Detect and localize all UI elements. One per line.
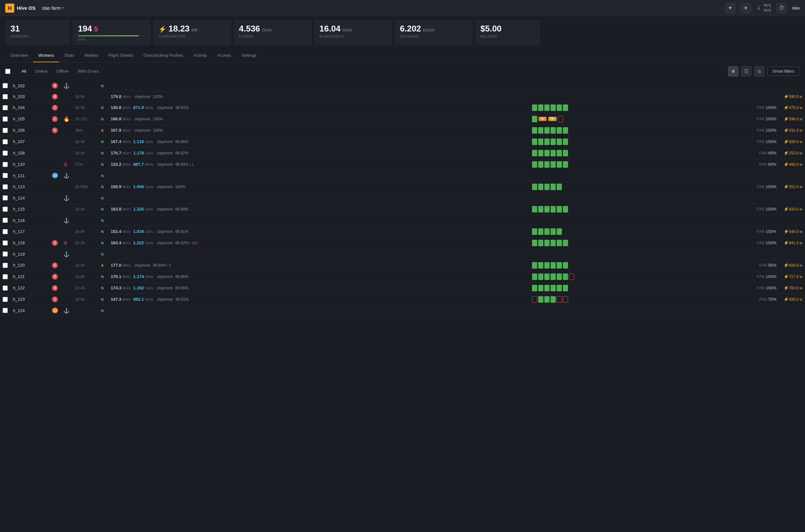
power-value: 783.0 w [789, 286, 802, 290]
table-row[interactable]: h_1029⚓N [0, 80, 805, 92]
logo[interactable]: H Hive OS [5, 4, 36, 13]
row-checkbox[interactable] [3, 105, 8, 110]
row-checkbox[interactable] [3, 83, 8, 88]
tab-activity[interactable]: Activity [188, 49, 212, 62]
worker-name[interactable]: h_105 [13, 116, 25, 121]
row-checkbox[interactable] [3, 297, 8, 302]
worker-name[interactable]: h_107 [13, 139, 25, 144]
table-row[interactable]: h_12411⚓N [0, 305, 805, 316]
row-checkbox[interactable] [3, 229, 8, 234]
worker-name[interactable]: h_102 [13, 83, 25, 88]
miner-name: claymore [157, 241, 173, 245]
row-checkbox[interactable] [3, 274, 8, 279]
worker-name[interactable]: h_103 [13, 94, 25, 99]
table-row[interactable]: h_116⚓N [0, 215, 805, 226]
table-row[interactable]: h_10342d 9h 179.8 MH/s claymore 100% ⚡59… [0, 91, 805, 102]
table-row[interactable]: h_12242d 4hN 174.3 MH/s 1.162 GH/s claym… [0, 282, 805, 293]
row-checkbox[interactable] [3, 218, 8, 223]
worker-efficiency: 100% [153, 117, 163, 121]
add-button[interactable]: + [725, 3, 735, 13]
row-checkbox[interactable] [3, 162, 8, 167]
worker-name[interactable]: h_108 [13, 151, 25, 155]
rocket-button[interactable]: ✈ [741, 3, 751, 13]
table-row[interactable]: h_1182⊘2d 4hN 183.4 MH/s 1.222 GH/s clay… [0, 237, 805, 248]
worker-name[interactable]: h_110 [13, 162, 25, 167]
worker-name[interactable]: h_121 [13, 274, 25, 279]
worker-name[interactable]: h_106 [13, 128, 25, 133]
row-checkbox[interactable] [3, 285, 8, 291]
row-checkbox-cell [0, 293, 11, 305]
table-row[interactable]: h_119⚓N [0, 248, 805, 260]
worker-name[interactable]: h_111 [13, 173, 25, 178]
row-checkbox[interactable] [3, 116, 8, 122]
worker-algo-cell: N [98, 203, 108, 215]
filter-all[interactable]: All [17, 67, 31, 76]
row-checkbox[interactable] [3, 139, 8, 144]
worker-name[interactable]: h_118 [13, 240, 25, 245]
row-checkbox-cell [0, 80, 11, 92]
filter-offline[interactable]: Offline [52, 67, 73, 76]
worker-name[interactable]: h_120 [13, 263, 25, 268]
table-row[interactable]: h_1131h 55mN 150.9 MH/s 1.006 GH/s claym… [0, 181, 805, 192]
gpu-bar [532, 228, 537, 235]
row-checkbox[interactable] [3, 151, 8, 156]
tab-wallets[interactable]: Wallets [79, 49, 103, 62]
tab-workers[interactable]: Workers [33, 49, 59, 62]
row-checkbox[interactable] [3, 195, 8, 201]
table-row[interactable]: h_1172d 4hN 152.4 MH/s 1.016 GH/s claymo… [0, 226, 805, 237]
tab-access[interactable]: Access [212, 49, 236, 62]
tab-flight-sheets[interactable]: Flight Sheets [103, 49, 138, 62]
view-list-compact-button[interactable]: ☰ [741, 66, 751, 77]
view-list-detail-button[interactable]: ≡ [728, 66, 738, 77]
gpu-bar [563, 206, 568, 212]
worker-name[interactable]: h_113 [13, 184, 25, 189]
worker-name[interactable]: h_123 [13, 297, 25, 302]
gpu-bar [544, 104, 550, 111]
filter-online[interactable]: Online [31, 67, 52, 76]
worker-name[interactable]: h_114 [13, 196, 25, 201]
table-row[interactable]: h_12312d 4hN 147.3 MH/s 982.1 MH/s claym… [0, 293, 805, 305]
show-filters-button[interactable]: Show filters [767, 66, 800, 76]
table-row[interactable]: h_1051🔥1d 22hN 166.8 MH/s claymore 100% … [0, 113, 805, 125]
worker-name[interactable]: h_104 [13, 105, 25, 110]
tab-stats[interactable]: Stats [59, 49, 79, 62]
table-row[interactable]: h_11110⚓N [0, 170, 805, 181]
table-row[interactable]: h_1072d 4hN 167.4 MH/s 1.116 GH/s claymo… [0, 136, 805, 147]
tab-overview[interactable]: Overview [5, 49, 33, 62]
farm-name[interactable]: stas farm ▾ [42, 5, 64, 11]
row-checkbox[interactable] [3, 251, 8, 256]
table-row[interactable]: h_1082d 4hN 176.7 MH/s 1.178 GH/s claymo… [0, 147, 805, 159]
table-row[interactable]: h_1152d 4hN 183.8 MH/s 1.225 GH/s claymo… [0, 203, 805, 215]
row-checkbox[interactable] [3, 207, 8, 212]
stat-card-equihash: 6.202 kSol/s EQUIHASH [395, 20, 473, 45]
worker-name[interactable]: h_116 [13, 218, 25, 223]
row-checkbox[interactable] [3, 184, 8, 189]
header-separator: · [38, 5, 40, 11]
worker-name[interactable]: h_119 [13, 252, 25, 256]
view-grid-button[interactable]: ⊞ [754, 66, 764, 77]
tab-settings[interactable]: Settings [236, 49, 262, 62]
worker-fan-cell: FAN 100% [747, 181, 779, 192]
worker-name[interactable]: h_124 [13, 308, 25, 313]
row-checkbox[interactable] [3, 240, 8, 246]
tab-overclocking[interactable]: Overclocking Profiles [138, 49, 188, 62]
select-all-checkbox[interactable] [5, 69, 11, 74]
username[interactable]: stas [792, 5, 800, 11]
row-checkbox[interactable] [3, 94, 8, 99]
worker-name[interactable]: h_117 [13, 229, 25, 234]
table-row[interactable]: h_10412d 3hN 130.8 MH/s 871.9 MH/s claym… [0, 102, 805, 113]
worker-algo: A [101, 263, 104, 267]
table-row[interactable]: h_114⚓N [0, 192, 805, 203]
row-checkbox[interactable] [3, 263, 8, 268]
row-checkbox[interactable] [3, 173, 8, 178]
row-checkbox[interactable] [3, 308, 8, 313]
table-row[interactable]: h_12121d 6hN 176.1 MH/s 1.174 GH/s claym… [0, 271, 805, 282]
row-checkbox[interactable] [3, 128, 8, 133]
table-row[interactable]: h_110⊘27mN 133.2 MH/s 887.7 MH/s claymor… [0, 159, 805, 170]
filter-with-errors[interactable]: With Errors [73, 67, 103, 76]
clock-button[interactable]: ⏱ [776, 3, 787, 13]
worker-name[interactable]: h_115 [13, 207, 25, 211]
table-row[interactable]: h_106539mA 167.9 MH/s claymore 100% FAN … [0, 125, 805, 136]
worker-name[interactable]: h_122 [13, 285, 25, 290]
table-row[interactable]: h_12052d 4hA 177.0 MH/s claymore 99.94% … [0, 260, 805, 271]
